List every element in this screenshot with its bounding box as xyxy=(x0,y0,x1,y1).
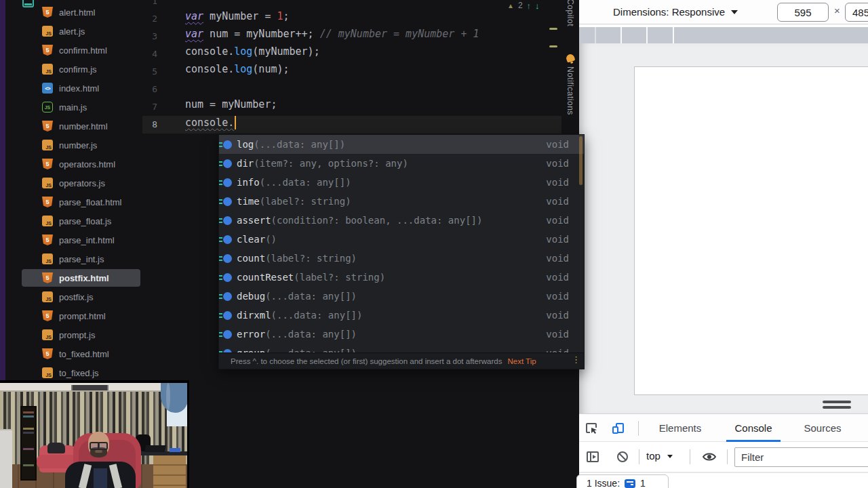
file-name: main.js xyxy=(59,102,87,113)
webcam-drawers xyxy=(153,455,186,488)
js-file-icon: JS xyxy=(42,291,53,302)
file-name: confirm.js xyxy=(59,64,97,75)
webcam-overlay xyxy=(0,380,189,488)
html-file-icon: 5 xyxy=(42,121,53,131)
notifications-toolwindow-button[interactable]: Notifications xyxy=(566,66,575,115)
tab-console[interactable]: Console xyxy=(726,414,781,442)
device-viewport xyxy=(579,43,868,413)
file-name: postfix.js xyxy=(59,292,94,302)
return-type: void xyxy=(546,329,569,340)
device-toolbar-icon[interactable] xyxy=(612,422,625,435)
autocomplete-item[interactable]: debug(...data: any[])void xyxy=(219,287,584,306)
js-file-icon: JS xyxy=(42,253,53,264)
js-file-icon: JS xyxy=(42,216,53,226)
scrollbar-warning-mark[interactable] xyxy=(549,45,557,47)
panel-resize-handle[interactable] xyxy=(823,401,851,411)
autocomplete-item[interactable]: clear()void xyxy=(219,230,584,249)
console-sidebar-icon[interactable] xyxy=(586,450,599,464)
prev-issue-arrow-icon[interactable]: ↑ xyxy=(527,1,532,11)
autocomplete-item[interactable]: dir(item?: any, options?: any)void xyxy=(219,154,584,173)
method-icon xyxy=(223,292,232,301)
viewport-width-input[interactable] xyxy=(777,3,829,22)
html-file-icon: 5 xyxy=(42,7,53,18)
autocomplete-item[interactable]: dirxml(...data: any[])void xyxy=(219,306,584,325)
code-line: var myNumber = 1; xyxy=(185,10,290,28)
method-name: time xyxy=(237,196,260,207)
method-icon xyxy=(223,311,232,320)
return-type: void xyxy=(546,139,569,150)
console-filter-input[interactable] xyxy=(734,447,868,467)
autocomplete-item[interactable]: info(...data: any[])void xyxy=(219,173,584,192)
dimensions-dropdown[interactable]: Dimensions: Responsive xyxy=(613,6,725,18)
html-file-icon: 5 xyxy=(42,235,53,245)
html-file-icon: 5 xyxy=(42,348,53,359)
popup-scrollbar[interactable] xyxy=(579,136,583,185)
method-params: (...data: any[]) xyxy=(254,139,345,150)
method-name: error xyxy=(237,329,265,340)
autocomplete-item[interactable]: assert(condition?: boolean, ...data: any… xyxy=(219,211,584,230)
method-icon xyxy=(223,235,232,244)
file-name: prompt.html xyxy=(59,311,106,321)
ruler-tick xyxy=(673,27,674,43)
line-number: 2 xyxy=(142,10,157,28)
text-cursor xyxy=(235,116,236,129)
file-name: postfix.html xyxy=(59,273,109,283)
method-params: (label?: string) xyxy=(294,272,385,283)
scrollbar-warning-mark[interactable] xyxy=(549,28,557,30)
html-file-icon: 5 xyxy=(42,45,53,56)
tab-elements[interactable]: Elements xyxy=(652,414,708,442)
issues-button[interactable]: 1 Issue: 1 xyxy=(576,474,669,488)
tab-sources[interactable]: Sources xyxy=(793,414,852,442)
webcam-backpack xyxy=(47,443,65,453)
issues-count: 1 xyxy=(640,478,646,488)
autocomplete-item[interactable]: log(...data: any[])void xyxy=(219,135,584,154)
device-toolbar: Dimensions: Responsive × xyxy=(579,0,868,24)
autocomplete-item[interactable]: countReset(label?: string)void xyxy=(219,268,584,287)
context-label: top xyxy=(646,450,660,462)
autocomplete-item[interactable]: error(...data: any[])void xyxy=(219,325,584,344)
method-name: count xyxy=(237,253,265,264)
viewport-height-input[interactable] xyxy=(845,3,868,22)
method-params: (item?: any, options?: any) xyxy=(254,158,408,169)
file-name: parse_int.html xyxy=(59,235,115,245)
ruler-tick xyxy=(620,27,622,43)
popup-menu-icon[interactable]: ⋮ xyxy=(572,354,580,365)
method-name: countReset xyxy=(237,272,294,283)
method-icon xyxy=(223,216,232,225)
html-file-icon: 5 xyxy=(42,272,53,283)
issues-label: 1 Issue: xyxy=(587,478,620,488)
method-icon xyxy=(223,254,232,263)
method-name: info xyxy=(237,177,260,188)
popup-hint-text: Press ^. to choose the selected (or firs… xyxy=(231,357,502,365)
js-file-icon: JS xyxy=(42,140,53,150)
autocomplete-item[interactable]: time(label?: string)void xyxy=(219,192,584,211)
method-params: (...data: any[]) xyxy=(271,310,363,321)
file-name: parse_float.html xyxy=(59,197,122,207)
context-selector[interactable]: top xyxy=(646,450,673,462)
webcam-desk-item xyxy=(170,448,180,452)
method-name: log xyxy=(237,139,254,150)
js-file-icon: JS xyxy=(42,329,53,340)
rendered-page[interactable] xyxy=(634,66,868,395)
copilot-toolwindow-button[interactable]: GitHub Copilot xyxy=(566,0,575,26)
method-params: (...data: any[]) xyxy=(265,291,357,302)
file-name: number.html xyxy=(59,121,108,131)
inspect-element-icon[interactable] xyxy=(585,422,598,435)
person-glasses xyxy=(89,442,108,447)
method-icon xyxy=(223,178,232,187)
live-expression-eye-icon[interactable] xyxy=(702,451,717,462)
clear-console-icon[interactable] xyxy=(616,450,629,464)
method-params: (...data: any[]) xyxy=(260,177,351,188)
next-tip-link[interactable]: Next Tip xyxy=(507,357,536,365)
method-icon xyxy=(223,273,232,282)
file-name: parse_float.js xyxy=(59,216,111,226)
autocomplete-item[interactable]: count(label?: string)void xyxy=(219,249,584,268)
chevron-down-icon xyxy=(667,455,673,458)
method-icon xyxy=(223,140,232,149)
next-issue-arrow-icon[interactable]: ↓ xyxy=(535,1,540,11)
viewport-ruler xyxy=(579,27,868,43)
file-name: prompt.js xyxy=(59,330,95,340)
method-name: assert xyxy=(237,215,271,226)
inspections-widget[interactable]: ▲ 2 ↑ ↓ xyxy=(507,0,540,11)
method-name: clear xyxy=(237,234,265,245)
